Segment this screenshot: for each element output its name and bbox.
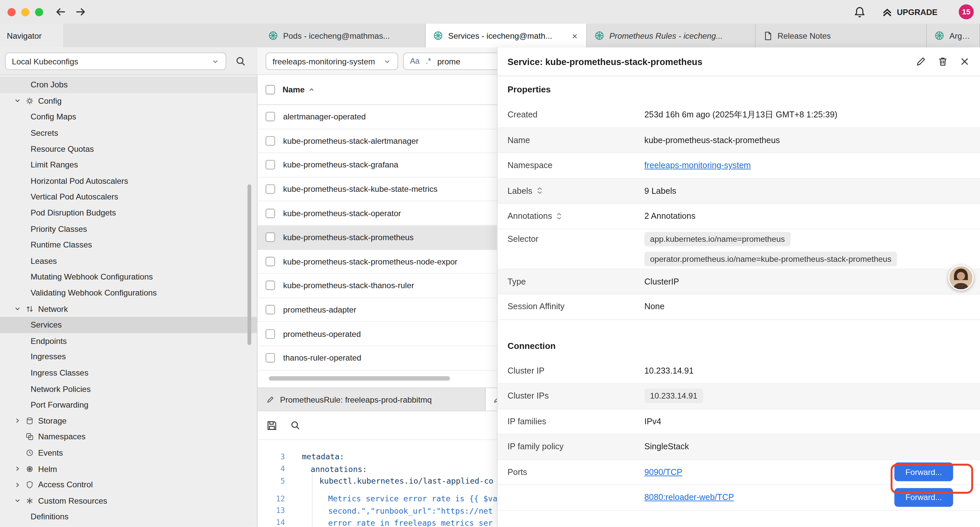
row-checkbox[interactable] [266,257,275,266]
tab-release-notes[interactable]: Release Notes [756,24,927,47]
sidebar-item-access-control[interactable]: Access Control [0,477,257,493]
sidebar-item-events[interactable]: Events [0,444,257,461]
close-tab-icon[interactable]: × [571,31,579,40]
expand-collapse-icon[interactable] [536,186,543,195]
row-checkbox[interactable] [266,233,275,242]
zoom-window-button[interactable] [35,8,43,16]
editor-tab-prometheusrule[interactable]: PrometheusRule: freeleaps-prod-rabbitmq [258,388,486,411]
back-icon[interactable] [55,6,66,18]
sidebar-item-mutating-webhook-configurations[interactable]: Mutating Webhook Configurations [0,269,257,285]
column-name-label: Name [283,85,305,94]
sidebar-item-resource-quotas[interactable]: Resource Quotas [0,141,257,157]
window-titlebar: UPGRADE 15 [0,0,980,24]
tab-prometheus-rules[interactable]: Prometheus Rules - icecheng... [587,24,756,47]
namespace-link[interactable]: freeleaps-monitoring-system [644,161,751,170]
notification-count-badge[interactable]: 15 [959,4,974,19]
row-checkbox[interactable] [266,305,275,314]
sidebar-item-port-forwarding[interactable]: Port Forwarding [0,397,257,413]
namespace-select[interactable]: freeleaps-monitoring-system [266,53,398,70]
delete-icon[interactable] [938,56,948,67]
sidebar-item-storage[interactable]: Storage [0,413,257,429]
user-avatar[interactable] [948,265,974,291]
sidebar-item-validating-webhook-configurations[interactable]: Validating Webhook Configurations [0,285,257,301]
search-icon[interactable] [235,56,247,67]
sidebar-item-helm[interactable]: Helm [0,461,257,477]
select-all-checkbox[interactable] [266,85,275,94]
match-case-toggle[interactable]: Aa [410,57,420,66]
sidebar-item-definitions[interactable]: Definitions [0,509,257,525]
asterisk-icon [26,497,34,505]
sidebar-item-ingresses[interactable]: Ingresses [0,349,257,365]
forward-port-button[interactable]: Forward... [894,463,953,481]
sidebar-item-runtime-classes[interactable]: Runtime Classes [0,237,257,253]
search-icon[interactable] [290,420,301,431]
sidebar-item-config[interactable]: Config [0,93,257,109]
tab-services[interactable]: Services - icecheng@math... × [426,24,587,47]
close-icon[interactable] [959,56,970,67]
sidebar-item-namespaces[interactable]: Namespaces [0,428,257,444]
sidebar-item-limit-ranges[interactable]: Limit Ranges [0,157,257,173]
code-text: metadata: [290,452,344,462]
row-checkbox[interactable] [266,185,275,194]
forward-icon[interactable] [75,6,86,18]
row-checkbox[interactable] [266,281,275,290]
tab-strip: Navigator Pods - icecheng@mathmas... Ser… [0,24,980,47]
sidebar-item-pod-disruption-budgets[interactable]: Pod Disruption Budgets [0,205,257,221]
row-checkbox[interactable] [266,112,275,121]
navigator-sidebar: Cron Jobs Config Config Maps Secrets Res… [0,75,258,527]
sidebar-item-vertical-pod-autoscalers[interactable]: Vertical Pod Autoscalers [0,189,257,205]
port-link[interactable]: 9090/TCP [644,467,682,477]
sidebar-item-ingress-classes[interactable]: Ingress Classes [0,365,257,381]
sidebar-item-network-policies[interactable]: Network Policies [0,381,257,397]
section-heading-properties: Properties [497,76,980,103]
upgrade-icon [882,7,892,18]
sidebar-item-cron-jobs[interactable]: Cron Jobs [0,77,257,93]
row-checkbox[interactable] [266,353,275,363]
row-checkbox[interactable] [266,136,275,145]
sidebar-item-leases[interactable]: Leases [0,253,257,269]
sidebar-item-priority-classes[interactable]: Priority Classes [0,221,257,237]
sidebar-item-services[interactable]: Services [0,317,257,333]
sidebar-item-endpoints[interactable]: Endpoints [0,333,257,349]
sidebar-item-network[interactable]: Network [0,301,257,317]
service-name: kube-prometheus-stack-prometheus-node-ex… [283,257,458,266]
notification-bell-icon[interactable] [854,6,865,18]
save-icon[interactable] [266,420,277,431]
edit-icon[interactable] [916,56,926,67]
sidebar-item-label: Events [38,448,63,457]
tab-argo[interactable]: Argo Se [927,24,980,47]
close-window-button[interactable] [7,8,15,16]
kubeconfig-select[interactable]: Local Kubeconfigs [5,53,226,70]
row-checkbox[interactable] [266,329,275,339]
horizontal-scrollbar[interactable] [269,376,450,380]
property-row-labels[interactable]: Labels 9 Labels [497,178,980,204]
minimize-window-button[interactable] [21,8,29,16]
connection-row-ports: Ports 9090/TCP Forward... 8080:reloader-… [497,460,980,510]
regex-toggle[interactable]: .* [426,57,431,66]
code-text: Metrics service error rate is {{ $va [290,494,497,503]
tab-label: Argo Se [949,31,972,40]
service-name: thanos-ruler-operated [283,353,361,363]
line-number: 14 [258,518,290,527]
property-label: IP families [508,417,644,426]
arrows-up-down-icon [26,305,34,313]
port-link[interactable]: 8080:reloader-web/TCP [644,493,734,502]
sidebar-item-horizontal-pod-autoscalers[interactable]: Horizontal Pod Autoscalers [0,173,257,189]
sidebar-item-label: Port Forwarding [31,400,88,409]
sidebar-item-config-maps[interactable]: Config Maps [0,109,257,125]
expand-collapse-icon[interactable] [556,212,563,220]
upgrade-button[interactable]: UPGRADE [882,7,938,18]
sidebar-scrollbar[interactable] [248,185,251,345]
sidebar-item-secrets[interactable]: Secrets [0,125,257,141]
row-checkbox[interactable] [266,161,275,170]
tab-pods[interactable]: Pods - icecheng@mathmas... [261,24,426,47]
property-value: 2 Annotations [644,212,695,221]
chevron-right-icon [14,481,21,488]
row-checkbox[interactable] [266,209,275,218]
column-header-name[interactable]: Name [283,85,315,94]
selector-chip: operator.prometheus.io/name=kube-prometh… [644,252,897,266]
property-row-annotations[interactable]: Annotations 2 Annotations [497,204,980,229]
sidebar-item-label: Storage [38,416,66,425]
forward-port-button[interactable]: Forward... [894,488,953,507]
sidebar-item-custom-resources[interactable]: Custom Resources [0,493,257,509]
